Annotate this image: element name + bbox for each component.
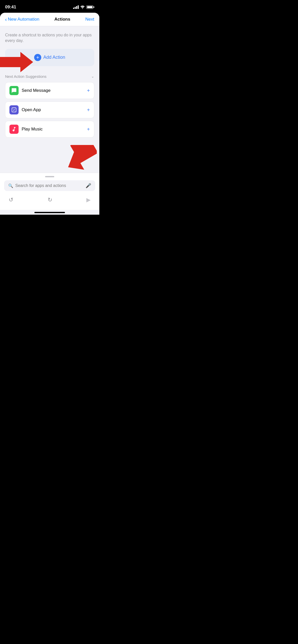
search-input[interactable] — [15, 183, 84, 188]
add-action-label: Add Action — [43, 55, 65, 60]
suggestion-item-play-music[interactable]: Play Music + — [5, 121, 94, 138]
play-button[interactable]: ▶ — [84, 195, 93, 205]
suggestion-item-open-app[interactable]: Open App + — [5, 101, 94, 118]
search-bar[interactable]: 🔍 🎤 — [4, 180, 95, 191]
open-app-label: Open App — [22, 107, 84, 112]
status-bar: 09:41 — [0, 0, 99, 13]
wifi-icon — [80, 5, 85, 9]
add-open-app-button[interactable]: + — [87, 107, 90, 112]
play-music-label: Play Music — [22, 127, 84, 132]
messages-icon — [9, 86, 19, 95]
back-button[interactable]: ‹ New Automation — [5, 17, 39, 22]
plus-circle-icon: + — [34, 54, 41, 61]
microphone-icon[interactable]: 🎤 — [86, 183, 91, 188]
bottom-sheet: 🔍 🎤 ↺ ↻ ▶ — [0, 173, 99, 210]
open-app-icon — [9, 105, 19, 114]
undo-button[interactable]: ↺ — [6, 195, 16, 205]
search-icon: 🔍 — [8, 183, 13, 188]
chevron-left-icon: ‹ — [5, 17, 7, 22]
add-send-message-button[interactable]: + — [87, 88, 90, 93]
home-indicator-bar — [34, 212, 65, 213]
svg-point-0 — [82, 8, 83, 9]
add-action-button[interactable]: + Add Action — [5, 49, 94, 66]
content-area: Create a shortcut to actions you do in y… — [0, 26, 99, 173]
chevron-down-icon[interactable]: ⌄ — [91, 74, 94, 78]
suggestion-list: Send Message + Open App + — [5, 82, 94, 138]
nav-bar: ‹ New Automation Actions Next — [0, 13, 99, 26]
suggestions-title: Next Action Suggestions — [5, 74, 47, 79]
status-time: 09:41 — [5, 5, 16, 10]
bottom-toolbar: ↺ ↻ ▶ — [4, 194, 95, 206]
add-action-container: + Add Action — [5, 49, 94, 66]
battery-icon — [86, 5, 94, 9]
main-container: ‹ New Automation Actions Next Create a s… — [0, 13, 99, 215]
status-icons — [73, 5, 94, 9]
send-message-label: Send Message — [22, 88, 84, 93]
next-button[interactable]: Next — [85, 17, 94, 22]
description-text: Create a shortcut to actions you do in y… — [5, 32, 94, 44]
back-label: New Automation — [8, 17, 39, 22]
sheet-handle — [45, 176, 54, 177]
music-icon — [9, 125, 19, 134]
page-title: Actions — [55, 17, 70, 22]
suggestions-header: Next Action Suggestions ⌄ — [5, 74, 94, 79]
redo-button[interactable]: ↻ — [45, 195, 55, 205]
add-play-music-button[interactable]: + — [87, 127, 90, 132]
suggestion-item-send-message[interactable]: Send Message + — [5, 82, 94, 99]
signal-bars-icon — [73, 5, 79, 9]
home-indicator — [0, 210, 99, 215]
